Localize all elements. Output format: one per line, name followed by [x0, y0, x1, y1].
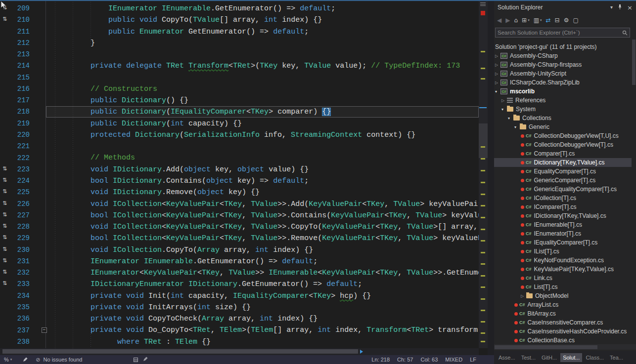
code-line[interactable]: IDictionaryEnumerator IDictionary.GetEnu… — [55, 279, 479, 290]
tree-item[interactable]: C#IDictionary[TKey,TValue].cs — [494, 211, 632, 220]
scrollbar-right-arrow-icon[interactable] — [360, 350, 363, 354]
tree-item[interactable]: C#CaseInsensitiveComparer.cs — [494, 318, 632, 327]
line-number[interactable]: 216 — [17, 83, 30, 95]
chevron-down-icon[interactable]: ▾ — [610, 5, 613, 10]
code-line[interactable]: void IDictionary.Add(object key, object … — [55, 164, 479, 175]
file-health-indicator[interactable] — [481, 11, 485, 15]
tree-item[interactable]: ▷ObjectModel — [494, 291, 632, 300]
code-line[interactable] — [55, 141, 479, 152]
code-line[interactable]: void ICollection<KeyValuePair<TKey, TVal… — [55, 199, 479, 210]
implements-glyph-icon[interactable]: ⇅ — [2, 223, 7, 229]
line-number[interactable]: 222 — [17, 153, 30, 164]
expander-icon[interactable]: ▾ — [508, 116, 513, 121]
horizontal-scrollbar-thumb[interactable] — [2, 349, 358, 354]
line-number[interactable]: 226 — [17, 199, 30, 210]
tree-item[interactable]: ▷C#Assembly-CSharp — [494, 51, 632, 60]
implements-glyph-icon[interactable]: ⇅ — [2, 257, 7, 264]
code-line[interactable]: public Enumerator GetEnumerator() => def… — [55, 26, 479, 38]
code-line[interactable]: } — [55, 38, 479, 49]
pin-icon[interactable] — [617, 4, 623, 11]
expander-icon[interactable]: ▷ — [495, 72, 500, 76]
code-line[interactable]: private void Do_CopyTo<TRet, TElem>(TEle… — [55, 324, 479, 336]
line-number[interactable]: 223 — [17, 164, 30, 175]
tree-item[interactable]: C#CollectionBase.cs — [494, 336, 632, 345]
line-number[interactable]: 218 — [17, 106, 30, 118]
tree-item[interactable]: C#EqualityComparer[T].cs — [494, 167, 632, 176]
back-icon[interactable]: ◀ — [497, 17, 501, 23]
char-indicator[interactable]: Ch: 57 — [397, 357, 413, 363]
panel-tab[interactable]: Solut... — [560, 353, 582, 362]
line-number[interactable]: 230 — [17, 244, 30, 256]
line-indicator[interactable]: Ln: 218 — [371, 357, 390, 363]
tree-item[interactable]: ▷C#Assembly-UnityScript — [494, 69, 632, 78]
pen-icon[interactable] — [143, 357, 148, 363]
line-number[interactable]: 219 — [17, 118, 30, 129]
implements-glyph-icon[interactable]: ⇅ — [2, 188, 7, 195]
panel-tab[interactable]: Test... — [519, 353, 538, 362]
line-number-margin[interactable]: 2092102112122132142152162172182192202212… — [12, 0, 31, 348]
tree-item[interactable]: ▾Collections — [494, 114, 632, 122]
code-line[interactable]: bool IDictionary.Contains(object key) =>… — [55, 175, 479, 187]
line-number[interactable]: 213 — [17, 49, 30, 60]
expander-icon[interactable]: ▾ — [495, 89, 500, 94]
code-line[interactable]: private void Init(int capacity, IEqualit… — [55, 290, 479, 302]
indent-mode-indicator[interactable]: MIXED — [445, 357, 462, 363]
line-number[interactable]: 224 — [17, 175, 30, 187]
panel-tab[interactable]: Class... — [583, 353, 606, 362]
tree-item[interactable]: C#Comparer[T].cs — [494, 149, 632, 158]
search-input[interactable] — [496, 30, 622, 36]
code-line[interactable]: public void CopyTo(TValue[] array, int i… — [55, 14, 479, 26]
tree-item[interactable]: C#KeyValuePair[TKey,TValue].cs — [494, 265, 632, 274]
tree-item[interactable]: ▷C#ICSharpCode.SharpZipLib — [494, 78, 632, 87]
tree-item[interactable]: C#CaseInsensitiveHashCodeProvider.cs — [494, 327, 632, 336]
code-line[interactable]: private void CopyToCheck(Array array, in… — [55, 313, 479, 324]
tree-item[interactable]: C#Dictionary[TKey,TValue].cs — [494, 158, 632, 167]
tree-item[interactable]: C#ICollection[T].cs — [494, 194, 632, 202]
panel-splitter[interactable] — [488, 0, 494, 364]
implements-glyph-icon[interactable]: ⇅ — [2, 4, 7, 11]
line-number[interactable]: 235 — [17, 302, 30, 313]
pen-icon[interactable] — [23, 357, 28, 362]
tree-item[interactable]: C#Link.cs — [494, 274, 632, 283]
properties-icon[interactable]: ⚙ — [564, 17, 569, 23]
line-number[interactable]: 238 — [17, 336, 30, 348]
code-line[interactable]: public Dictionary(IEqualityComparer<TKey… — [55, 106, 479, 118]
tree-item[interactable]: C#IComparer[T].cs — [494, 202, 632, 211]
code-line[interactable]: public Dictionary() {} — [55, 95, 479, 106]
tree-item[interactable]: ▾Generic — [494, 122, 632, 131]
line-number[interactable]: 211 — [17, 26, 30, 38]
horizontal-scrollbar[interactable] — [0, 348, 479, 355]
issues-status[interactable]: ⊘ No issues found — [36, 357, 82, 363]
tree-item[interactable]: C#GenericComparer[T].cs — [494, 176, 632, 185]
code-line[interactable]: bool ICollection<KeyValuePair<TKey, TVal… — [55, 210, 479, 221]
implements-glyph-icon[interactable]: ⇅ — [2, 177, 7, 183]
line-number[interactable]: 221 — [17, 141, 30, 152]
implements-glyph-icon[interactable]: ⇅ — [2, 234, 7, 241]
filter-icon[interactable]: ▥▾ — [534, 17, 542, 23]
implements-glyph-icon[interactable]: ⇅ — [2, 165, 7, 172]
implements-glyph-icon[interactable]: ⇅ — [2, 16, 7, 22]
zoom-control[interactable]: % ▾ — [4, 357, 12, 363]
tree-item[interactable]: ▷C#Assembly-CSharp-firstpass — [494, 60, 632, 69]
panel-tab[interactable]: GitH... — [539, 353, 559, 362]
expander-icon[interactable]: ▷ — [495, 54, 500, 58]
code-line[interactable]: private delegate TRet Transform<TRet>(TK… — [55, 60, 479, 72]
line-number[interactable]: 217 — [17, 95, 30, 106]
line-number[interactable]: 212 — [17, 38, 30, 49]
split-editor-handle-icon[interactable] — [480, 2, 486, 6]
tree-item[interactable]: C#GenericEqualityComparer[T].cs — [494, 185, 632, 194]
line-number[interactable]: 209 — [17, 3, 30, 14]
implements-glyph-icon[interactable]: ⇅ — [2, 211, 7, 218]
glyph-margin[interactable]: ⇅⇅⇅⇅⇅⇅⇅⇅⇅⇅⇅⇅⇅ — [0, 0, 12, 348]
vertical-scrollbar-thumb[interactable] — [479, 123, 488, 158]
tree-item[interactable]: C#IEqualityComparer[T].cs — [494, 238, 632, 247]
code-line[interactable]: void ICollection.CopyTo(Array array, int… — [55, 244, 479, 256]
code-line[interactable]: IEnumerator<KeyValuePair<TKey, TValue>> … — [55, 267, 479, 279]
tree-item[interactable]: C#CollectionDebuggerView[T].cs — [494, 140, 632, 149]
code-line[interactable]: // Methods — [55, 152, 479, 163]
expander-icon[interactable]: ▷ — [501, 98, 507, 103]
code-editor[interactable]: ⇅⇅⇅⇅⇅⇅⇅⇅⇅⇅⇅⇅⇅ 20921021121221321421521621… — [0, 0, 488, 355]
code-line[interactable]: void ICollection<KeyValuePair<TKey, TVal… — [55, 221, 479, 233]
tree-item[interactable]: ▷References — [494, 96, 632, 105]
code-line[interactable]: IEnumerator IEnumerable.GetEnumerator() … — [55, 3, 479, 14]
